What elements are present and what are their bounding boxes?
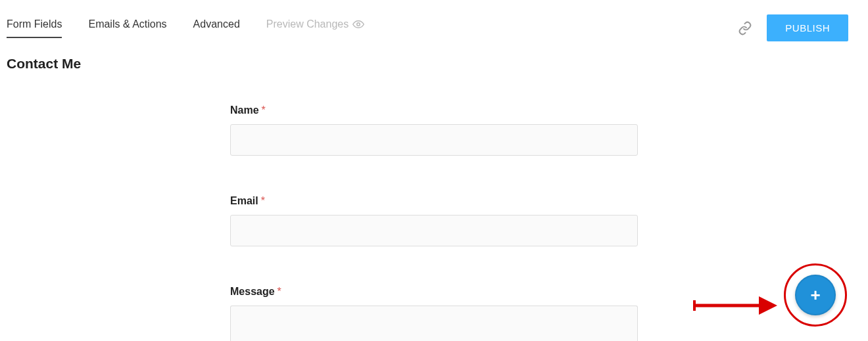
tab-form-fields[interactable]: Form Fields [7,18,62,38]
add-field-button[interactable]: + [795,275,836,315]
tab-preview-changes[interactable]: Preview Changes [266,18,364,38]
tab-advanced[interactable]: Advanced [193,18,240,38]
field-email-label: Email * [230,195,638,207]
tab-label: Preview Changes [266,18,349,30]
tab-label: Advanced [193,18,240,30]
label-text: Message [230,286,275,298]
svg-marker-3 [759,296,777,315]
message-input[interactable] [230,306,638,341]
eye-icon [352,20,364,28]
field-name-block: Name * [230,104,638,156]
field-email-block: Email * [230,195,638,246]
tab-label: Emails & Actions [88,18,166,30]
field-message-block: Message * [230,286,638,341]
page-title: Contact Me [7,56,868,72]
label-text: Name [230,104,259,116]
tab-emails-actions[interactable]: Emails & Actions [88,18,166,38]
label-text: Email [230,195,258,207]
tabs-nav: Form Fields Emails & Actions Advanced Pr… [7,18,364,38]
link-icon[interactable] [738,21,752,35]
header-actions: PUBLISH [738,14,848,41]
fab-wrapper: + [776,256,855,334]
field-message-label: Message * [230,286,638,298]
header-bar: Form Fields Emails & Actions Advanced Pr… [0,0,868,41]
required-mark: * [261,195,265,207]
publish-button[interactable]: PUBLISH [767,14,848,41]
required-mark: * [277,286,281,298]
email-input[interactable] [230,215,638,246]
svg-point-0 [357,22,360,26]
required-mark: * [262,104,266,116]
field-name-label: Name * [230,104,638,116]
plus-icon: + [810,286,820,304]
arrow-annotation [693,292,779,319]
publish-label: PUBLISH [785,22,830,34]
name-input[interactable] [230,124,638,156]
tab-label: Form Fields [7,18,62,30]
form-area: Name * Email * Message * [230,104,638,341]
